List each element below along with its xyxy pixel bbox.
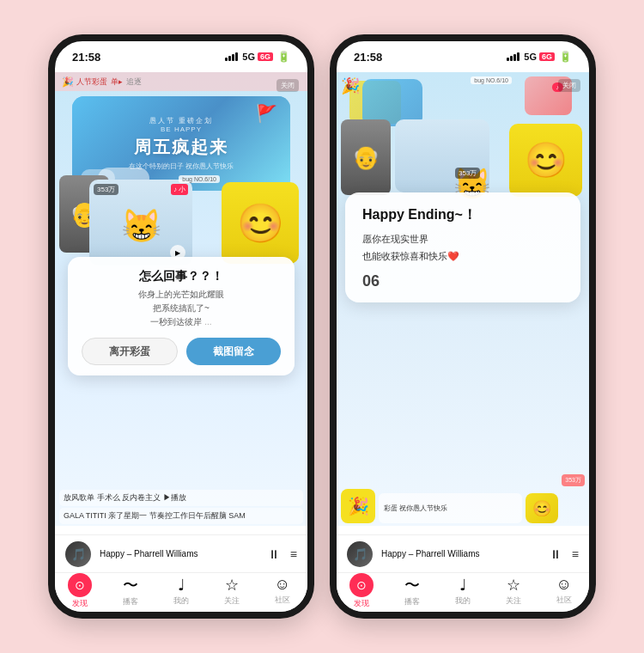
close-btn-2[interactable]: 关闭: [558, 79, 580, 92]
dialog-line3-1: 一秒到达彼岸: [150, 317, 202, 326]
bar4: [235, 52, 238, 61]
tab-mine-1[interactable]: ♩ 我的: [156, 576, 207, 607]
player-song-2: Happy: [381, 549, 406, 558]
playlist-icon-2[interactable]: ≡: [572, 547, 579, 561]
tab-podcast-label-2: 播客: [404, 596, 420, 607]
player-info-2: Happy – Pharrell Williams: [381, 549, 541, 558]
cat-emoji-1: 😸: [121, 207, 161, 245]
discover-icon-2: ⊙: [356, 578, 367, 592]
player-artist-1: Pharrell Williams: [134, 549, 197, 558]
happy-line1-2: 愿你在现实世界: [362, 234, 428, 244]
player-avatar-1: 🎵: [65, 541, 91, 567]
main-container: 21:58 5G 6G 🔋 🎉 人节彩蛋 单▸ 追逐: [48, 34, 596, 619]
phone-2: 21:58 5G 6G 🔋 关闭 bug NO.6/10: [330, 34, 596, 619]
btn-leave-egg-1[interactable]: 离开彩蛋: [82, 338, 178, 365]
confetti-emoji-2: 🎉: [341, 76, 360, 95]
follow-icon-2: ☆: [507, 576, 520, 595]
bug-tag-1: bug NO.6/10: [179, 175, 220, 183]
tab-follow-label-2: 关注: [506, 595, 521, 607]
bar2-2: [510, 56, 513, 61]
player-dash-1: –: [127, 549, 134, 558]
tab-follow-1[interactable]: ☆ 关注: [206, 576, 257, 607]
tab-podcast-2[interactable]: 〜 播客: [387, 575, 438, 607]
banner-label-1: 愚人节 重磅企划: [129, 116, 234, 125]
tab-community-label-1: 社区: [275, 595, 290, 606]
battery-icon-2: 🔋: [559, 51, 572, 63]
signal-bars-1: [225, 52, 238, 61]
banner-content-1: 愚人节 重磅企划 BE HAPPY 周五疯起来 在这个特别的日子 祝你愚人节快乐: [129, 116, 234, 171]
status-icons-1: 5G 6G 🔋: [225, 51, 290, 63]
podcast-icon-2: 〜: [404, 575, 420, 595]
simpson-emoji-1: 😊: [237, 201, 284, 246]
tab-bar-2: ⊙ 发现 〜 播客 ♩ 我的 ☆ 关注 ☺ 社区: [337, 572, 589, 612]
bar1-2: [507, 58, 509, 61]
notif-tag-1: 追逐: [126, 76, 142, 88]
bar1: [225, 58, 228, 61]
notif-icon-1: 🎉: [62, 76, 74, 88]
view-count-1: 353万: [94, 184, 118, 195]
tab-follow-2[interactable]: ☆ 关注: [488, 576, 538, 607]
happy-num-2: 06: [362, 272, 563, 290]
music-item-1: 放风歌单 手术么 反内卷主义 ▶播放: [59, 490, 303, 506]
yellow-card-bottom-2: 🎉: [341, 489, 375, 523]
player-info-1: Happy – Pharrell Williams: [100, 549, 259, 558]
simpson-card-1: 😊 FRIDAY•: [222, 182, 299, 264]
battery-icon-1: 🔋: [277, 51, 290, 63]
bug-tag-2: bug NO.6/10: [471, 76, 512, 84]
music-text-2: GALA TITITI 亲了星期一 节奏控工作日午后醒脑 SAM: [64, 511, 246, 520]
tab-discover-1[interactable]: ⊙ 发现: [55, 573, 106, 609]
cat-card-1: 353万 😸 ▶ ♪ 小: [89, 180, 192, 265]
tab-follow-label-1: 关注: [224, 595, 240, 607]
tab-community-2[interactable]: ☺ 社区: [538, 576, 589, 606]
tab-mine-label-2: 我的: [455, 595, 471, 607]
bar3: [232, 54, 234, 61]
music-badge-1: ♪ 小: [171, 184, 188, 195]
bottom-badge-icon-2: 😊: [532, 499, 551, 518]
pause-icon-2[interactable]: ⏸: [550, 547, 562, 561]
discover-circle-1: ⊙: [68, 573, 92, 597]
tab-discover-2[interactable]: ⊙ 发现: [337, 573, 387, 609]
network-label-1: 5G: [242, 52, 255, 62]
tab-discover-label-2: 发现: [354, 598, 369, 609]
community-icon-1: ☺: [274, 576, 289, 594]
cat-card-2: 😸 353万: [395, 119, 489, 192]
bottom-player-2: 🎵 Happy – Pharrell Williams ⏸ ≡: [337, 534, 589, 572]
phone-content-1: 🎉 人节彩蛋 单▸ 追逐 关闭 愚人节 重磅企划 BE HAPPY 周五疯起来 …: [55, 72, 307, 526]
tab-community-1[interactable]: ☺ 社区: [257, 576, 307, 606]
happy-card-2: Happy Ending~！ 愿你在现实世界 也能收获惊喜和快乐❤️ 06: [345, 192, 580, 302]
simpson-card-2: 😊: [509, 124, 582, 197]
dialog-actions-1: 离开彩蛋 截图留念: [82, 338, 281, 365]
bottom-text-2: 彩蛋 祝你愚人节快乐: [384, 503, 447, 513]
music-item-2: GALA TITITI 亲了星期一 节奏控工作日午后醒脑 SAM: [59, 508, 303, 524]
bottom-elements-2: 🎉 彩蛋 祝你愚人节快乐 😊 353万: [337, 474, 589, 526]
bar2: [228, 56, 231, 61]
follow-icon-1: ☆: [225, 576, 239, 595]
happy-line2-2: 也能收获惊喜和快乐: [362, 251, 447, 261]
mine-icon-1: ♩: [178, 576, 185, 595]
music-list-1: 放风歌单 手术么 反内卷主义 ▶播放 GALA TITITI 亲了星期一 节奏控…: [55, 490, 307, 524]
vc-text-2: 353万: [565, 477, 581, 483]
podcast-icon-1: 〜: [123, 575, 138, 595]
player-controls-1: ⏸ ≡: [268, 547, 297, 561]
person-card-2: 👴: [341, 119, 391, 195]
close-btn-1[interactable]: 关闭: [276, 79, 299, 92]
banner-small-1: BE HAPPY: [129, 125, 234, 133]
network-badge-1: 6G: [258, 52, 273, 61]
music-text-1: 放风歌单 手术么 反内卷主义 ▶播放: [64, 493, 186, 502]
playlist-icon-1[interactable]: ≡: [290, 547, 297, 561]
dialog-dots-1: ...: [204, 317, 211, 326]
player-avatar-icon-1: 🎵: [71, 547, 86, 561]
bottom-player-1: 🎵 Happy – Pharrell Williams ⏸ ≡: [55, 534, 307, 572]
community-icon-2: ☺: [556, 576, 571, 594]
tab-mine-2[interactable]: ♩ 我的: [438, 576, 489, 607]
status-time-2: 21:58: [354, 51, 382, 64]
tab-podcast-label-1: 播客: [123, 596, 138, 607]
tab-podcast-1[interactable]: 〜 播客: [106, 575, 156, 607]
dialog-line2-1: 把系统搞乱了~: [153, 303, 210, 313]
happy-title-2: Happy Ending~！: [362, 206, 563, 224]
music-badge-text-1: 小: [179, 185, 185, 194]
pause-icon-1[interactable]: ⏸: [268, 547, 280, 561]
dialog-body-1: 你身上的光芒如此耀眼 把系统搞乱了~ 一秒到达彼岸 ...: [82, 288, 281, 329]
btn-screenshot-1[interactable]: 截图留念: [186, 338, 281, 365]
player-song-1: Happy: [100, 549, 125, 558]
